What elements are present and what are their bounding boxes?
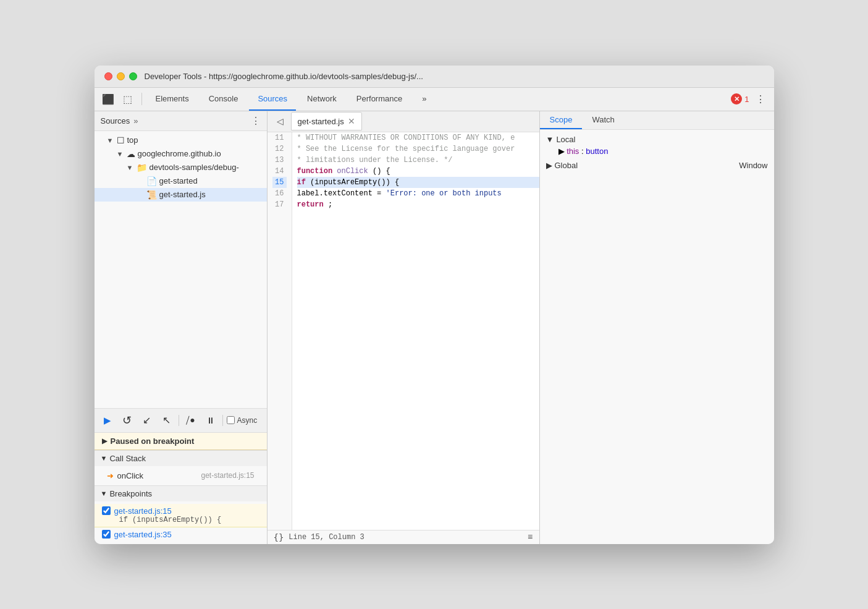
file-tree: ▼ ☐ top ▼ ☁ googlechrome.github.io ▼ 📁 d… bbox=[95, 131, 267, 408]
scope-global-header[interactable]: ▶ Global Window bbox=[546, 160, 768, 171]
line-num-15: 15 bbox=[272, 177, 287, 188]
error-badge: ✕ 1 bbox=[731, 93, 749, 104]
tab-sources[interactable]: Sources bbox=[249, 87, 296, 111]
code-status-bar: {} Line 15, Column 3 ≡ bbox=[268, 530, 539, 544]
scope-global-title: Global bbox=[555, 161, 578, 170]
sources-panel-title: Sources bbox=[101, 116, 130, 126]
scope-key-this: this bbox=[567, 147, 579, 156]
title-bar: Developer Tools - https://googlechrome.g… bbox=[95, 66, 774, 88]
tree-arrow-domain: ▼ bbox=[117, 150, 124, 158]
call-stack-item[interactable]: ➜ onClick get-started.js:15 bbox=[95, 469, 267, 483]
cursor-position: Line 15, Column 3 bbox=[289, 533, 364, 542]
debug-separator bbox=[179, 415, 179, 426]
scope-value-this: button bbox=[586, 147, 608, 156]
tree-item-domain[interactable]: ▼ ☁ googlechrome.github.io bbox=[95, 147, 267, 161]
step-out-button[interactable]: ↖ bbox=[159, 412, 175, 428]
call-stack-section: ▼ Call Stack ➜ onClick get-started.js:15 bbox=[95, 450, 267, 485]
code-tab-close-icon[interactable]: ✕ bbox=[348, 116, 355, 126]
tab-scope[interactable]: Scope bbox=[540, 111, 583, 129]
paused-arrow-icon: ▶ bbox=[102, 437, 107, 445]
tree-item-folder[interactable]: ▼ 📁 devtools-samples/debug- bbox=[95, 161, 267, 174]
async-toggle[interactable]: Async bbox=[227, 416, 258, 425]
device-toggle-icon[interactable]: ⬚ bbox=[119, 90, 137, 108]
call-stack-header[interactable]: ▼ Call Stack bbox=[95, 451, 267, 466]
minimize-button[interactable] bbox=[117, 72, 125, 80]
breakpoint-checkbox-1[interactable] bbox=[102, 506, 111, 515]
code-line-11: * WITHOUT WARRANTIES OR CONDITIONS OF AN… bbox=[297, 132, 539, 143]
tree-label-js: get-started.js bbox=[159, 190, 206, 199]
line-num-14: 14 bbox=[272, 166, 287, 177]
breakpoint-checkbox-2[interactable] bbox=[102, 530, 111, 539]
scope-local-arrow-icon: ▼ bbox=[546, 135, 554, 144]
call-stack-content: ➜ onClick get-started.js:15 bbox=[95, 466, 267, 485]
breakpoints-list: get-started.js:15 if (inputsAreEmpty()) … bbox=[95, 501, 267, 544]
breakpoints-header[interactable]: ▼ Breakpoints bbox=[95, 486, 267, 501]
format-icon[interactable]: {} bbox=[274, 532, 284, 542]
tree-item-html[interactable]: 📄 get-started bbox=[95, 174, 267, 188]
panel-menu-icon[interactable]: ⋮ bbox=[251, 115, 261, 127]
paused-text: Paused on breakpoint bbox=[111, 437, 195, 446]
code-line-12: * See the License for the specific langu… bbox=[297, 143, 539, 155]
line-num-12: 12 bbox=[272, 143, 287, 155]
tab-more[interactable]: » bbox=[413, 87, 435, 111]
scope-local-header[interactable]: ▼ Local bbox=[546, 134, 768, 145]
resume-button[interactable]: ▶ bbox=[99, 412, 116, 428]
devtools-body: Sources » ⋮ ▼ ☐ top ▼ ☁ googlechrome.git… bbox=[95, 111, 774, 544]
breakpoint-code-1: if (inputsAreEmpty()) { bbox=[102, 516, 259, 524]
tree-label-folder: devtools-samples/debug- bbox=[150, 163, 239, 172]
breakpoint-file-1: get-started.js:15 bbox=[114, 506, 172, 516]
code-content: 11 12 13 14 15 16 17 * WITHOUT WARRANTIE… bbox=[268, 132, 539, 530]
breakpoints-section: ▼ Breakpoints get-started.js:15 if (inpu… bbox=[95, 485, 267, 544]
code-lines: * WITHOUT WARRANTIES OR CONDITIONS OF AN… bbox=[292, 132, 539, 530]
toolbar-separator bbox=[141, 93, 142, 105]
scope-global-value: Window bbox=[739, 161, 767, 170]
breakpoint-file-2: get-started.js:35 bbox=[114, 530, 172, 539]
code-tab-label: get-started.js bbox=[298, 117, 344, 126]
status-bar-arrow: ≡ bbox=[528, 532, 533, 542]
code-scope-area: ◁ get-started.js ✕ 11 12 13 14 1 bbox=[268, 111, 774, 544]
folder-icon: 📁 bbox=[137, 163, 147, 172]
breakpoints-arrow-icon: ▼ bbox=[101, 490, 107, 497]
code-editor-panel: ◁ get-started.js ✕ 11 12 13 14 1 bbox=[268, 111, 539, 544]
async-label-text: Async bbox=[237, 416, 258, 425]
call-stack-func: onClick bbox=[117, 471, 144, 480]
pause-exceptions-button[interactable]: ⏸ bbox=[203, 412, 219, 428]
code-line-13: * limitations under the License. */ bbox=[297, 155, 539, 166]
close-button[interactable] bbox=[104, 72, 112, 80]
deactivate-breakpoints-button[interactable]: ⧸● bbox=[183, 412, 199, 428]
scope-local-this[interactable]: ▶ this : button bbox=[546, 145, 768, 157]
paused-banner[interactable]: ▶ Paused on breakpoint bbox=[95, 433, 267, 450]
devtools-window: Developer Tools - https://googlechrome.g… bbox=[95, 66, 774, 544]
traffic-lights bbox=[104, 72, 137, 80]
devtools-menu-icon[interactable]: ⋮ bbox=[752, 90, 769, 108]
breakpoint-item-1: get-started.js:15 if (inputsAreEmpty()) … bbox=[95, 504, 267, 527]
tab-watch[interactable]: Watch bbox=[582, 111, 624, 129]
domain-icon: ☁ bbox=[127, 149, 135, 159]
error-circle-icon: ✕ bbox=[731, 93, 742, 104]
tab-return-icon[interactable]: ◁ bbox=[272, 113, 289, 129]
breakpoint-row-2: get-started.js:35 bbox=[102, 530, 259, 539]
select-element-icon[interactable]: ⬛ bbox=[99, 90, 117, 108]
code-line-16: label.textContent = 'Error: one or both … bbox=[297, 188, 539, 199]
maximize-button[interactable] bbox=[129, 72, 137, 80]
html-file-icon: 📄 bbox=[146, 176, 157, 186]
tab-network[interactable]: Network bbox=[298, 87, 345, 111]
tree-item-top[interactable]: ▼ ☐ top bbox=[95, 134, 267, 147]
tab-console[interactable]: Console bbox=[200, 87, 247, 111]
code-area: 11 12 13 14 15 16 17 * WITHOUT WARRANTIE… bbox=[268, 132, 539, 544]
async-checkbox[interactable] bbox=[227, 416, 235, 424]
folder-icon-top: ☐ bbox=[117, 135, 125, 145]
code-tabs: ◁ get-started.js ✕ bbox=[268, 111, 539, 132]
code-tab-js[interactable]: get-started.js ✕ bbox=[291, 112, 362, 130]
tab-performance[interactable]: Performance bbox=[348, 87, 411, 111]
scope-local-section: ▼ Local ▶ this : button bbox=[546, 134, 768, 157]
sources-panel-more[interactable]: » bbox=[133, 116, 138, 126]
step-into-button[interactable]: ↙ bbox=[139, 412, 155, 428]
step-over-button[interactable]: ↺ bbox=[119, 412, 135, 428]
tree-label-domain: googlechrome.github.io bbox=[138, 149, 221, 158]
tree-item-js[interactable]: 📜 get-started.js bbox=[95, 188, 267, 202]
tab-elements[interactable]: Elements bbox=[147, 87, 198, 111]
line-numbers: 11 12 13 14 15 16 17 bbox=[268, 132, 292, 530]
code-line-15: if (inputsAreEmpty()) { bbox=[297, 177, 539, 188]
scope-global-arrow-icon: ▶ bbox=[546, 161, 552, 170]
